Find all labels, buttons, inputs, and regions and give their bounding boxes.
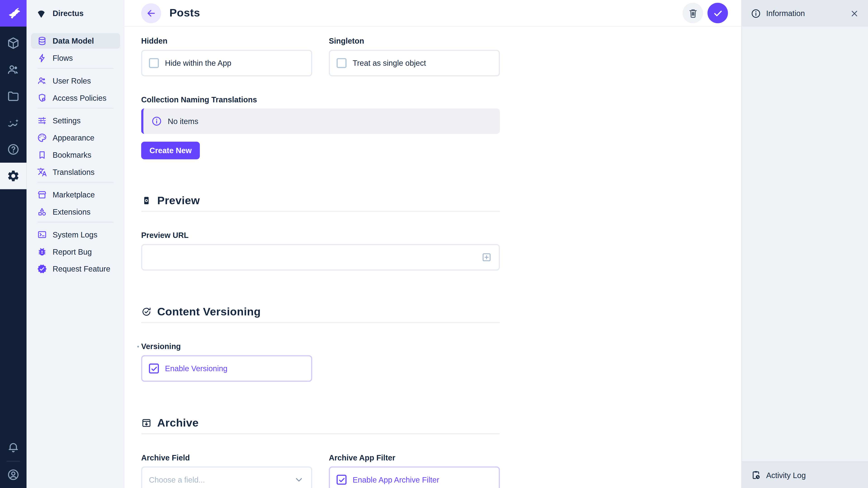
information-sidebar: Information Activity Log bbox=[741, 0, 868, 488]
account-circle-icon bbox=[6, 468, 20, 482]
sidebar-item-data-model[interactable]: Data Model bbox=[31, 33, 120, 49]
sidebar-item-user-roles[interactable]: User Roles bbox=[31, 73, 120, 89]
sidebar-item-report-bug[interactable]: Report Bug bbox=[31, 244, 120, 260]
notifications-button[interactable] bbox=[0, 434, 27, 461]
enable-versioning-checkbox[interactable]: Enable Versioning bbox=[149, 363, 227, 373]
chevron-down-icon bbox=[293, 474, 305, 485]
people-icon bbox=[37, 76, 47, 86]
checkbox-unchecked-icon bbox=[149, 58, 159, 68]
main-area: Posts Hidden Hide within the A bbox=[125, 0, 741, 488]
archive-app-filter-box: Enable App Archive Filter bbox=[329, 466, 500, 488]
sidebar-item-extensions[interactable]: Extensions bbox=[31, 204, 120, 220]
sidebar-item-label: Data Model bbox=[53, 37, 94, 45]
sidebar-item-label: System Logs bbox=[53, 230, 97, 239]
app: Directus Data Model Flows User Roles Acc… bbox=[0, 0, 868, 488]
sidebar-item-system-logs[interactable]: System Logs bbox=[31, 227, 120, 242]
nav-list: Data Model Flows User Roles Access Polic… bbox=[27, 27, 125, 278]
treat-as-single-object-checkbox[interactable]: Treat as single object bbox=[337, 58, 426, 68]
bug-icon bbox=[37, 247, 47, 257]
sidebar-item-appearance[interactable]: Appearance bbox=[31, 130, 120, 146]
checkbox-label: Hide within the App bbox=[165, 59, 231, 68]
field-row-archive-inputs: Choose a field... Enable App Archive Fil… bbox=[141, 463, 500, 488]
settings-gear-icon bbox=[6, 169, 20, 183]
field-label-archive-app-filter: Archive App Filter bbox=[329, 452, 500, 463]
hidden-field-box: Hide within the App bbox=[141, 50, 312, 76]
terminal-icon bbox=[37, 230, 47, 239]
close-icon bbox=[850, 8, 859, 18]
module-files[interactable] bbox=[0, 83, 27, 109]
module-users[interactable] bbox=[0, 57, 27, 83]
check-icon bbox=[712, 7, 723, 19]
close-sidebar-button[interactable] bbox=[850, 8, 859, 18]
archive-field-select[interactable]: Choose a field... bbox=[141, 466, 312, 488]
live-preview-icon bbox=[141, 195, 152, 206]
divider bbox=[38, 182, 114, 183]
divider bbox=[38, 68, 114, 68]
save-button[interactable] bbox=[708, 3, 728, 23]
sidebar-item-settings[interactable]: Settings bbox=[31, 113, 120, 129]
insights-icon bbox=[6, 116, 20, 129]
project-header[interactable]: Directus bbox=[27, 0, 125, 27]
edited-indicator-dot bbox=[137, 346, 139, 348]
divider bbox=[38, 222, 114, 222]
sidebar-item-label: Settings bbox=[53, 116, 81, 125]
no-items-notice: No items bbox=[141, 108, 500, 134]
sidebar-item-bookmarks[interactable]: Bookmarks bbox=[31, 147, 120, 163]
info-icon bbox=[151, 116, 162, 127]
field-label-text: Versioning bbox=[141, 342, 181, 351]
module-bar-bottom bbox=[0, 434, 27, 488]
bell-icon bbox=[6, 441, 20, 454]
users-icon bbox=[6, 63, 20, 76]
activity-log-icon bbox=[751, 470, 761, 480]
sidebar-item-translations[interactable]: Translations bbox=[31, 164, 120, 180]
sidebar-item-label: User Roles bbox=[53, 76, 91, 85]
header-actions bbox=[683, 3, 728, 23]
activity-log-button[interactable]: Activity Log bbox=[742, 461, 868, 488]
sidebar-item-request-feature[interactable]: Request Feature bbox=[31, 261, 120, 277]
directus-rabbit-icon bbox=[6, 6, 21, 21]
module-insights[interactable] bbox=[0, 109, 27, 136]
singleton-field-box: Treat as single object bbox=[329, 50, 500, 76]
tune-icon bbox=[37, 116, 47, 126]
shield-user-icon bbox=[37, 93, 47, 103]
empty-state-text: No items bbox=[168, 117, 198, 126]
sidebar-item-label: Translations bbox=[53, 168, 95, 176]
page-title: Posts bbox=[169, 6, 200, 19]
field-label-archive-field: Archive Field bbox=[141, 452, 312, 463]
enable-app-archive-filter-checkbox[interactable]: Enable App Archive Filter bbox=[337, 475, 439, 485]
module-content[interactable] bbox=[0, 30, 27, 57]
collection-settings-form: Hidden Hide within the App Singleton Tre… bbox=[125, 27, 500, 488]
field-label-preview-url: Preview URL bbox=[141, 230, 500, 240]
module-settings[interactable] bbox=[0, 163, 27, 189]
field-singleton: Singleton Treat as single object bbox=[329, 35, 500, 76]
field-label-naming-translations: Collection Naming Translations bbox=[141, 94, 500, 105]
sidebar-item-access-policies[interactable]: Access Policies bbox=[31, 90, 120, 106]
delete-collection-button[interactable] bbox=[683, 3, 703, 23]
sidebar-item-label: Report Bug bbox=[53, 248, 92, 256]
field-label-versioning: Versioning bbox=[141, 341, 500, 352]
add-box-icon[interactable] bbox=[481, 252, 492, 263]
module-help[interactable] bbox=[0, 136, 27, 163]
directus-logo-button[interactable] bbox=[0, 0, 27, 27]
back-button[interactable] bbox=[141, 3, 161, 23]
navigation-sidebar: Directus Data Model Flows User Roles Acc… bbox=[27, 0, 125, 488]
sidebar-item-flows[interactable]: Flows bbox=[31, 51, 120, 66]
hide-within-app-checkbox[interactable]: Hide within the App bbox=[149, 58, 231, 68]
sidebar-item-marketplace[interactable]: Marketplace bbox=[31, 187, 120, 203]
create-new-button[interactable]: Create New bbox=[141, 142, 200, 159]
checkbox-unchecked-icon bbox=[337, 58, 346, 68]
verified-badge-icon bbox=[37, 264, 47, 274]
checkbox-checked-icon bbox=[149, 363, 159, 373]
page-header: Posts bbox=[125, 0, 741, 27]
checkbox-label: Enable App Archive Filter bbox=[352, 475, 439, 484]
preview-url-input[interactable] bbox=[149, 253, 481, 262]
project-fan-icon bbox=[36, 8, 46, 19]
account-button[interactable] bbox=[0, 461, 27, 488]
divider bbox=[38, 108, 114, 108]
preview-url-field-box bbox=[141, 244, 500, 271]
section-title: Content Versioning bbox=[157, 305, 261, 318]
content-cube-icon bbox=[6, 37, 20, 50]
help-icon bbox=[6, 143, 20, 156]
section-title: Archive bbox=[157, 417, 199, 429]
sidebar-item-label: Marketplace bbox=[53, 190, 95, 199]
